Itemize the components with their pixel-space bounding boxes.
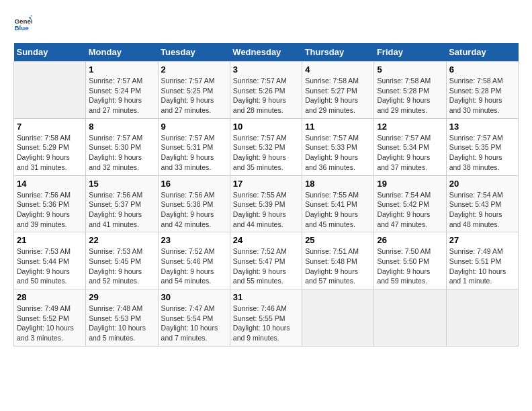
day-info: Sunrise: 7:58 AM Sunset: 5:28 PM Dayligh… <box>449 76 515 116</box>
day-info: Sunrise: 7:52 AM Sunset: 5:46 PM Dayligh… <box>161 246 227 286</box>
header-sunday: Sunday <box>14 43 86 62</box>
day-number: 16 <box>161 179 227 189</box>
day-info: Sunrise: 7:52 AM Sunset: 5:47 PM Dayligh… <box>233 246 299 286</box>
calendar-table: SundayMondayTuesdayWednesdayThursdayFrid… <box>13 43 519 347</box>
calendar-cell: 2 Sunrise: 7:57 AM Sunset: 5:25 PM Dayli… <box>158 62 230 119</box>
day-info: Sunrise: 7:57 AM Sunset: 5:34 PM Dayligh… <box>377 133 443 173</box>
day-number: 8 <box>89 122 154 132</box>
calendar-cell: 28 Sunrise: 7:49 AM Sunset: 5:52 PM Dayl… <box>14 289 86 347</box>
day-number: 19 <box>377 179 443 189</box>
calendar-cell <box>14 62 86 119</box>
day-number: 27 <box>449 235 515 245</box>
day-number: 26 <box>377 235 443 245</box>
day-info: Sunrise: 7:57 AM Sunset: 5:31 PM Dayligh… <box>161 133 227 173</box>
calendar-cell <box>374 289 446 347</box>
calendar-header-row: SundayMondayTuesdayWednesdayThursdayFrid… <box>14 43 519 62</box>
week-row-2: 14 Sunrise: 7:56 AM Sunset: 5:36 PM Dayl… <box>14 175 519 232</box>
day-number: 14 <box>17 179 83 189</box>
day-info: Sunrise: 7:57 AM Sunset: 5:32 PM Dayligh… <box>233 133 299 173</box>
calendar-cell: 19 Sunrise: 7:54 AM Sunset: 5:42 PM Dayl… <box>374 175 446 232</box>
calendar-cell: 26 Sunrise: 7:50 AM Sunset: 5:50 PM Dayl… <box>374 232 446 289</box>
day-number: 28 <box>17 292 83 302</box>
day-number: 31 <box>233 292 299 302</box>
day-info: Sunrise: 7:47 AM Sunset: 5:54 PM Dayligh… <box>161 304 227 343</box>
day-info: Sunrise: 7:58 AM Sunset: 5:28 PM Dayligh… <box>377 76 443 116</box>
calendar-cell: 9 Sunrise: 7:57 AM Sunset: 5:31 PM Dayli… <box>158 118 230 175</box>
day-number: 12 <box>377 122 443 132</box>
day-number: 3 <box>233 64 299 75</box>
logo: General Blue <box>13 13 35 32</box>
day-info: Sunrise: 7:49 AM Sunset: 5:51 PM Dayligh… <box>449 246 515 286</box>
calendar-cell: 17 Sunrise: 7:55 AM Sunset: 5:39 PM Dayl… <box>230 175 302 232</box>
day-info: Sunrise: 7:56 AM Sunset: 5:37 PM Dayligh… <box>89 190 154 230</box>
calendar-cell: 29 Sunrise: 7:48 AM Sunset: 5:53 PM Dayl… <box>86 289 158 347</box>
day-number: 11 <box>305 122 371 132</box>
calendar-cell: 13 Sunrise: 7:57 AM Sunset: 5:35 PM Dayl… <box>446 118 518 175</box>
week-row-1: 7 Sunrise: 7:58 AM Sunset: 5:29 PM Dayli… <box>14 118 519 175</box>
day-info: Sunrise: 7:50 AM Sunset: 5:50 PM Dayligh… <box>377 246 443 286</box>
day-info: Sunrise: 7:54 AM Sunset: 5:43 PM Dayligh… <box>449 190 515 230</box>
header-friday: Friday <box>374 43 446 62</box>
calendar-cell: 24 Sunrise: 7:52 AM Sunset: 5:47 PM Dayl… <box>230 232 302 289</box>
calendar-cell: 5 Sunrise: 7:58 AM Sunset: 5:28 PM Dayli… <box>374 62 446 119</box>
day-number: 30 <box>161 292 227 302</box>
calendar-cell: 6 Sunrise: 7:58 AM Sunset: 5:28 PM Dayli… <box>446 62 518 119</box>
day-number: 6 <box>449 64 515 75</box>
day-number: 20 <box>449 179 515 189</box>
day-number: 13 <box>449 122 515 132</box>
calendar-cell: 4 Sunrise: 7:58 AM Sunset: 5:27 PM Dayli… <box>302 62 374 119</box>
calendar-cell: 27 Sunrise: 7:49 AM Sunset: 5:51 PM Dayl… <box>446 232 518 289</box>
week-row-0: 1 Sunrise: 7:57 AM Sunset: 5:24 PM Dayli… <box>14 62 519 119</box>
day-number: 22 <box>89 235 154 245</box>
calendar-cell: 21 Sunrise: 7:53 AM Sunset: 5:44 PM Dayl… <box>14 232 86 289</box>
header-tuesday: Tuesday <box>158 43 230 62</box>
day-number: 5 <box>377 64 443 75</box>
header-thursday: Thursday <box>302 43 374 62</box>
calendar-cell: 11 Sunrise: 7:57 AM Sunset: 5:33 PM Dayl… <box>302 118 374 175</box>
day-number: 23 <box>161 235 227 245</box>
day-number: 1 <box>89 64 154 75</box>
header-saturday: Saturday <box>446 43 518 62</box>
day-info: Sunrise: 7:53 AM Sunset: 5:45 PM Dayligh… <box>89 246 154 286</box>
day-number: 15 <box>89 179 154 189</box>
header-wednesday: Wednesday <box>230 43 302 62</box>
day-info: Sunrise: 7:48 AM Sunset: 5:53 PM Dayligh… <box>89 304 154 343</box>
calendar-cell: 25 Sunrise: 7:51 AM Sunset: 5:48 PM Dayl… <box>302 232 374 289</box>
calendar-cell <box>446 289 518 347</box>
calendar-cell <box>302 289 374 347</box>
day-number: 10 <box>233 122 299 132</box>
day-info: Sunrise: 7:57 AM Sunset: 5:35 PM Dayligh… <box>449 133 515 173</box>
day-info: Sunrise: 7:57 AM Sunset: 5:33 PM Dayligh… <box>305 133 371 173</box>
day-info: Sunrise: 7:57 AM Sunset: 5:24 PM Dayligh… <box>89 76 154 116</box>
day-number: 21 <box>17 235 83 245</box>
day-info: Sunrise: 7:55 AM Sunset: 5:41 PM Dayligh… <box>305 190 371 230</box>
day-info: Sunrise: 7:56 AM Sunset: 5:38 PM Dayligh… <box>161 190 227 230</box>
day-info: Sunrise: 7:54 AM Sunset: 5:42 PM Dayligh… <box>377 190 443 230</box>
calendar-cell: 20 Sunrise: 7:54 AM Sunset: 5:43 PM Dayl… <box>446 175 518 232</box>
calendar-cell: 1 Sunrise: 7:57 AM Sunset: 5:24 PM Dayli… <box>86 62 158 119</box>
day-info: Sunrise: 7:55 AM Sunset: 5:39 PM Dayligh… <box>233 190 299 230</box>
day-number: 9 <box>161 122 227 132</box>
svg-text:Blue: Blue <box>14 24 29 32</box>
calendar-cell: 22 Sunrise: 7:53 AM Sunset: 5:45 PM Dayl… <box>86 232 158 289</box>
day-number: 2 <box>161 64 227 75</box>
page-header: General Blue <box>13 13 519 32</box>
calendar-cell: 23 Sunrise: 7:52 AM Sunset: 5:46 PM Dayl… <box>158 232 230 289</box>
day-info: Sunrise: 7:57 AM Sunset: 5:25 PM Dayligh… <box>161 76 227 116</box>
calendar-cell: 16 Sunrise: 7:56 AM Sunset: 5:38 PM Dayl… <box>158 175 230 232</box>
calendar-cell: 14 Sunrise: 7:56 AM Sunset: 5:36 PM Dayl… <box>14 175 86 232</box>
day-number: 29 <box>89 292 154 302</box>
day-info: Sunrise: 7:53 AM Sunset: 5:44 PM Dayligh… <box>17 246 83 286</box>
day-number: 7 <box>17 122 83 132</box>
calendar-cell: 18 Sunrise: 7:55 AM Sunset: 5:41 PM Dayl… <box>302 175 374 232</box>
calendar-cell: 30 Sunrise: 7:47 AM Sunset: 5:54 PM Dayl… <box>158 289 230 347</box>
day-number: 18 <box>305 179 371 189</box>
calendar-cell: 12 Sunrise: 7:57 AM Sunset: 5:34 PM Dayl… <box>374 118 446 175</box>
day-number: 24 <box>233 235 299 245</box>
calendar-cell: 7 Sunrise: 7:58 AM Sunset: 5:29 PM Dayli… <box>14 118 86 175</box>
day-info: Sunrise: 7:49 AM Sunset: 5:52 PM Dayligh… <box>17 304 83 343</box>
calendar-cell: 8 Sunrise: 7:57 AM Sunset: 5:30 PM Dayli… <box>86 118 158 175</box>
week-row-4: 28 Sunrise: 7:49 AM Sunset: 5:52 PM Dayl… <box>14 289 519 347</box>
day-number: 4 <box>305 64 371 75</box>
day-info: Sunrise: 7:51 AM Sunset: 5:48 PM Dayligh… <box>305 246 371 286</box>
